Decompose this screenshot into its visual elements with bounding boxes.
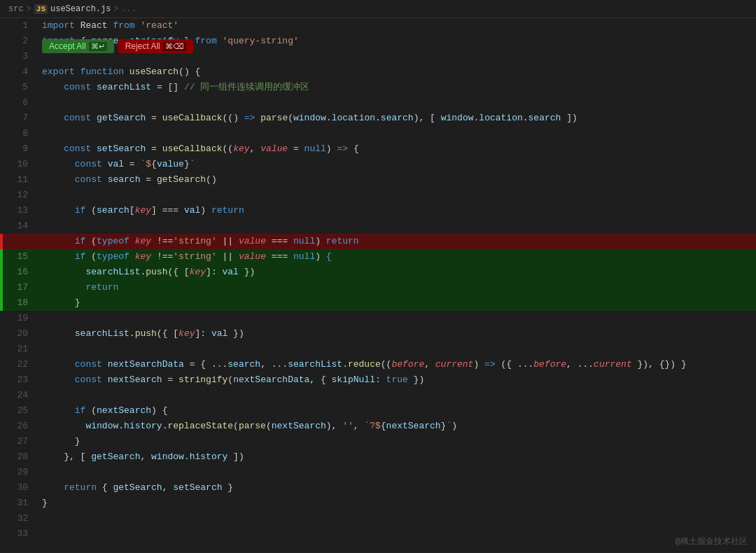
line-number: 23 <box>3 372 36 388</box>
line-number: 11 <box>3 172 36 188</box>
line-content <box>36 311 756 326</box>
table-row: 27 } <box>0 434 756 449</box>
reject-kbd: ⌘⌫ <box>163 42 186 51</box>
line-content-added: if (typeof key !=='string' || value === … <box>36 249 756 265</box>
table-row: 6 <box>0 95 756 111</box>
table-row: 10 const val = `${value}` <box>0 157 756 172</box>
line-number: 24 <box>3 388 36 403</box>
line-number: 14 <box>3 218 36 234</box>
table-row: 5 const searchList = [] // 同一组件连续调用的缓冲区 <box>0 80 756 95</box>
line-number: 6 <box>3 95 36 111</box>
line-content: } <box>36 434 756 449</box>
line-number: 25 <box>3 403 36 419</box>
line-content: window.history.replaceState(parse(nextSe… <box>36 419 756 434</box>
line-content <box>36 465 756 480</box>
line-number: 29 <box>3 465 36 480</box>
table-row: 13 if (search[key] === val) return <box>0 203 756 218</box>
line-content <box>36 342 756 357</box>
accept-label: Accept All <box>49 41 86 51</box>
table-row: 32 <box>0 511 756 526</box>
table-row: 23 const nextSearch = stringify(nextSear… <box>0 372 756 388</box>
line-content: const searchList = [] // 同一组件连续调用的缓冲区 <box>36 80 756 95</box>
line-number: 22 <box>3 357 36 372</box>
breadcrumb-src: src <box>8 4 24 14</box>
table-row: 7 const getSearch = useCallback(() => pa… <box>0 111 756 126</box>
line-number: 8 <box>3 126 36 141</box>
table-row: 24 <box>0 388 756 403</box>
line-number: 18 <box>3 295 36 311</box>
line-number: 17 <box>3 280 36 295</box>
table-row: 4 export function useSearch() { <box>0 64 756 80</box>
line-content <box>36 388 756 403</box>
table-row: 22 const nextSearchData = { ...search, .… <box>0 357 756 372</box>
table-row: 14 <box>0 218 756 234</box>
table-row: 9 const setSearch = useCallback((key, va… <box>0 141 756 157</box>
line-number <box>3 234 36 249</box>
line-content: }, [ getSearch, window.history ]) <box>36 449 756 465</box>
table-row: 12 <box>0 188 756 203</box>
table-row: 21 <box>0 342 756 357</box>
table-row: 28 }, [ getSearch, window.history ]) <box>0 449 756 465</box>
line-content-added: } <box>36 295 756 311</box>
breadcrumb-dots: ... <box>122 4 137 14</box>
line-number: 28 <box>3 449 36 465</box>
line-number: 20 <box>3 326 36 342</box>
line-content <box>36 511 756 526</box>
line-number: 7 <box>3 111 36 126</box>
breadcrumb-sep1: > <box>27 4 31 14</box>
line-number: 31 <box>3 496 36 511</box>
line-content: const search = getSearch() <box>36 172 756 188</box>
line-number: 13 <box>3 203 36 218</box>
table-row: 20 searchList.push({ [key]: val }) <box>0 326 756 342</box>
line-number: 15 <box>3 249 36 265</box>
line-number: 4 <box>3 64 36 80</box>
watermark: @稀土掘金技术社区 <box>676 536 748 547</box>
table-row: 31 } <box>0 496 756 511</box>
line-number: 3 <box>3 49 36 64</box>
line-content <box>36 188 756 203</box>
reject-all-button[interactable]: Reject All ⌘⌫ <box>118 39 193 53</box>
table-row: 25 if (nextSearch) { <box>0 403 756 419</box>
line-number: 9 <box>3 141 36 157</box>
breadcrumb: src > JS useSearch.js > ... <box>0 0 756 18</box>
line-content <box>36 126 756 141</box>
line-content: const val = `${value}` <box>36 157 756 172</box>
table-row: if (typeof key !=='string' || value === … <box>0 234 756 249</box>
line-number: 12 <box>3 188 36 203</box>
line-number: 16 <box>3 265 36 280</box>
line-number: 5 <box>3 80 36 95</box>
line-content-deleted: if (typeof key !=='string' || value === … <box>36 234 756 249</box>
table-row: 29 <box>0 465 756 480</box>
line-content: export function useSearch() { <box>36 64 756 80</box>
table-row: 8 <box>0 126 756 141</box>
table-row: 26 window.history.replaceState(parse(nex… <box>0 419 756 434</box>
table-row: 1 import React from 'react' <box>0 18 756 34</box>
line-content: const nextSearchData = { ...search, ...s… <box>36 357 756 372</box>
line-number: 19 <box>3 311 36 326</box>
breadcrumb-sep2: > <box>113 4 118 14</box>
line-content-added: return <box>36 280 756 295</box>
line-number: 27 <box>3 434 36 449</box>
table-row: 30 return { getSearch, setSearch } <box>0 480 756 496</box>
line-content: if (nextSearch) { <box>36 403 756 419</box>
code-lines: 1 import React from 'react' 2 import { p… <box>0 18 756 542</box>
table-row: 15 if (typeof key !=='string' || value =… <box>0 249 756 265</box>
line-number: 2 <box>3 34 36 49</box>
line-content: const nextSearch = stringify(nextSearchD… <box>36 372 756 388</box>
line-content: return { getSearch, setSearch } <box>36 480 756 496</box>
line-content-added: searchList.push({ [key]: val }) <box>36 265 756 280</box>
table-row: 11 const search = getSearch() <box>0 172 756 188</box>
line-content: const getSearch = useCallback(() => pars… <box>36 111 756 126</box>
accept-all-button[interactable]: Accept All ⌘↵ <box>42 39 114 53</box>
table-row: 17 return <box>0 280 756 295</box>
accept-kbd: ⌘↵ <box>89 42 107 51</box>
table-row: 33 <box>0 526 756 542</box>
line-content: if (search[key] === val) return <box>36 203 756 218</box>
breadcrumb-filename: useSearch.js <box>50 4 111 14</box>
line-content <box>36 218 756 234</box>
line-number: 26 <box>3 419 36 434</box>
table-row: 16 searchList.push({ [key]: val }) <box>0 265 756 280</box>
diff-toolbar: Accept All ⌘↵ Reject All ⌘⌫ <box>42 39 193 53</box>
line-content: searchList.push({ [key]: val }) <box>36 326 756 342</box>
line-content: import React from 'react' <box>36 18 756 34</box>
